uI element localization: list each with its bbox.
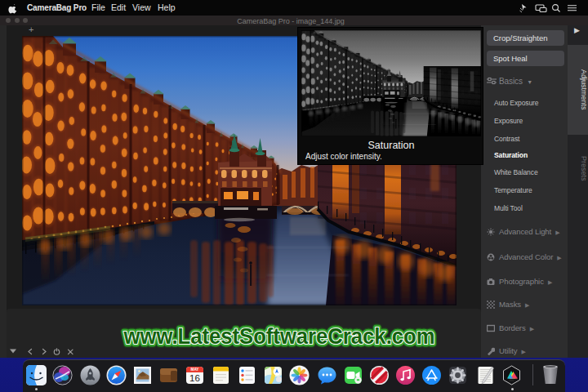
svg-text:MAY: MAY (191, 368, 199, 372)
svg-text:16: 16 (189, 373, 200, 383)
svg-text:www.LatestSoftwareCrack.com: www.LatestSoftwareCrack.com (123, 323, 435, 349)
